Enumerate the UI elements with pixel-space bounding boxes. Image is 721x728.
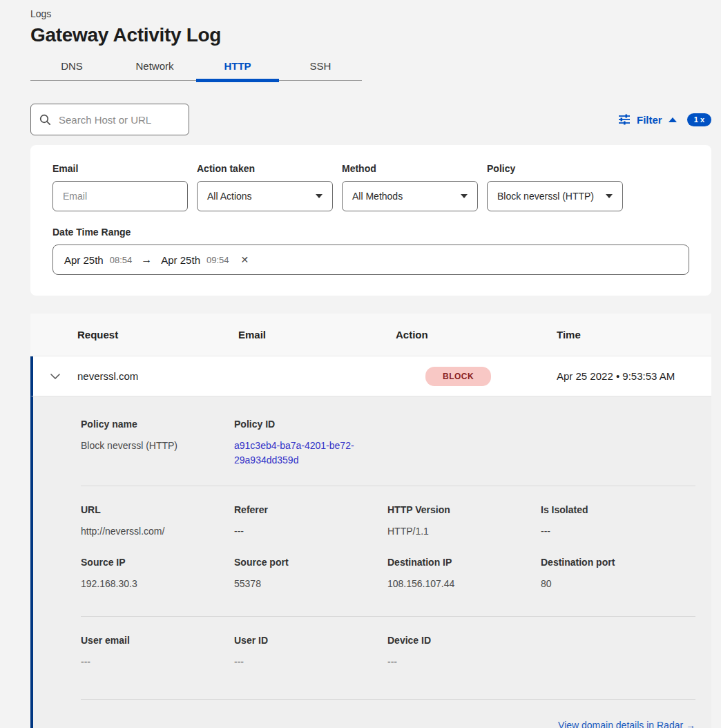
source-ip-field: Source IP 192.168.30.3 [81,557,234,591]
user-id-label: User ID [234,635,387,646]
is-isolated-label: Is Isolated [541,504,694,516]
destination-port-label: Destination port [541,557,694,568]
row-time: Apr 25 2022 • 9:53:53 AM [557,370,711,382]
policy-name-value: Block neverssl (HTTP) [81,439,234,453]
action-taken-label: Action taken [197,163,333,174]
collapse-caret-icon [669,117,677,122]
page-title: Gateway Activity Log [30,24,711,46]
end-time: 09:54 [206,255,229,265]
action-block-badge: BLOCK [425,367,491,386]
action-taken-select[interactable]: All Actions [197,181,333,211]
email-filter-input[interactable] [52,181,188,211]
arrow-right-icon: → [138,253,155,266]
http-version-label: HTTP Version [387,504,541,516]
toolbar: Filter 1 x [30,104,711,135]
tab-ssh[interactable]: SSH [279,55,362,80]
destination-ip-field: Destination IP 108.156.107.44 [387,557,541,591]
row-expand-chevron[interactable] [50,373,61,380]
filter-toggle[interactable]: Filter 1 x [618,113,711,126]
method-label: Method [342,163,478,174]
referer-label: Referer [234,504,387,516]
source-port-label: Source port [234,557,387,568]
page-header: Logs Gateway Activity Log [0,0,721,46]
destination-ip-label: Destination IP [387,557,541,568]
email-filter-label: Email [52,163,188,174]
chevron-down-icon [50,373,61,380]
date-range-picker[interactable]: Apr 25th 08:54 → Apr 25th 09:54 ✕ [52,245,689,275]
url-label: URL [81,504,234,516]
chevron-down-icon [461,194,468,198]
filter-policy-field: Policy Block neverssl (HTTP) [487,163,623,211]
method-select[interactable]: All Methods [342,181,478,211]
filter-daterange-field: Date Time Range Apr 25th 08:54 → Apr 25t… [52,227,689,275]
source-port-value: 55378 [234,577,387,591]
policy-label: Policy [487,163,623,174]
action-taken-value: All Actions [207,191,252,202]
destination-ip-value: 108.156.107.44 [387,577,541,591]
user-id-value: --- [234,655,387,669]
policy-id-label: Policy ID [234,419,387,430]
col-header-request: Request [77,329,238,341]
url-field: URL http://neverssl.com/ [81,504,234,539]
date-range-label: Date Time Range [52,227,689,238]
referer-field: Referer --- [234,504,387,539]
breadcrumb: Logs [30,8,711,20]
row-details-panel: Policy name Block neverssl (HTTP) Policy… [30,396,711,728]
referer-value: --- [234,524,387,539]
http-version-field: HTTP Version HTTP/1.1 [387,504,541,539]
table-header-row: Request Email Action Time [30,314,711,356]
user-email-value: --- [81,655,234,669]
chevron-down-icon [316,194,323,198]
clear-date-range-icon[interactable]: ✕ [241,254,249,265]
activity-log-table: Request Email Action Time neverssl.com B… [30,314,711,728]
destination-port-field: Destination port 80 [541,557,694,591]
col-header-action: Action [396,329,557,341]
tab-dns[interactable]: DNS [30,55,113,80]
radar-details-link[interactable]: View domain details in Radar → [558,720,695,728]
search-input[interactable] [57,113,180,126]
log-type-tabs: DNS Network HTTP SSH [30,55,362,81]
start-date: Apr 25th [64,254,104,266]
device-id-label: Device ID [387,635,541,646]
policy-name-field: Policy name Block neverssl (HTTP) [81,419,234,468]
http-version-value: HTTP/1.1 [387,524,541,539]
row-request: neverssl.com [77,370,238,382]
col-header-email: Email [238,329,396,341]
policy-id-field: Policy ID a91c3eb4-ba7a-4201-be72-29a934… [234,419,387,468]
is-isolated-field: Is Isolated --- [541,504,694,539]
search-icon [39,114,51,126]
tab-network[interactable]: Network [113,55,196,80]
user-email-label: User email [81,635,234,646]
col-header-time: Time [557,329,711,341]
table-row[interactable]: neverssl.com BLOCK Apr 25 2022 • 9:53:53… [30,356,711,396]
filter-action-field: Action taken All Actions [197,163,333,211]
destination-port-value: 80 [541,577,694,591]
filter-count-badge: 1 x [687,113,711,126]
start-time: 08:54 [110,255,133,265]
user-id-field: User ID --- [234,635,387,669]
policy-select[interactable]: Block neverssl (HTTP) [487,181,623,211]
filter-panel: Email Action taken All Actions Method Al… [30,145,711,296]
is-isolated-value: --- [541,524,694,539]
device-id-value: --- [387,655,541,669]
policy-id-link[interactable]: a91c3eb4-ba7a-4201-be72-29a934dd359d [234,439,369,468]
source-port-field: Source port 55378 [234,557,387,591]
policy-value: Block neverssl (HTTP) [497,191,594,202]
url-value: http://neverssl.com/ [81,524,234,539]
policy-name-label: Policy name [81,419,234,430]
search-box[interactable] [30,104,189,135]
method-value: All Methods [352,191,403,202]
filter-label: Filter [637,114,662,126]
device-id-field: Device ID --- [387,635,541,669]
end-date: Apr 25th [161,254,200,266]
chevron-down-icon [606,194,613,198]
source-ip-label: Source IP [81,557,234,568]
filter-method-field: Method All Methods [342,163,478,211]
user-email-field: User email --- [81,635,234,669]
source-ip-value: 192.168.30.3 [81,577,234,591]
tab-http[interactable]: HTTP [196,55,279,80]
filter-sliders-icon [618,114,631,125]
filter-email-field: Email [52,163,188,211]
